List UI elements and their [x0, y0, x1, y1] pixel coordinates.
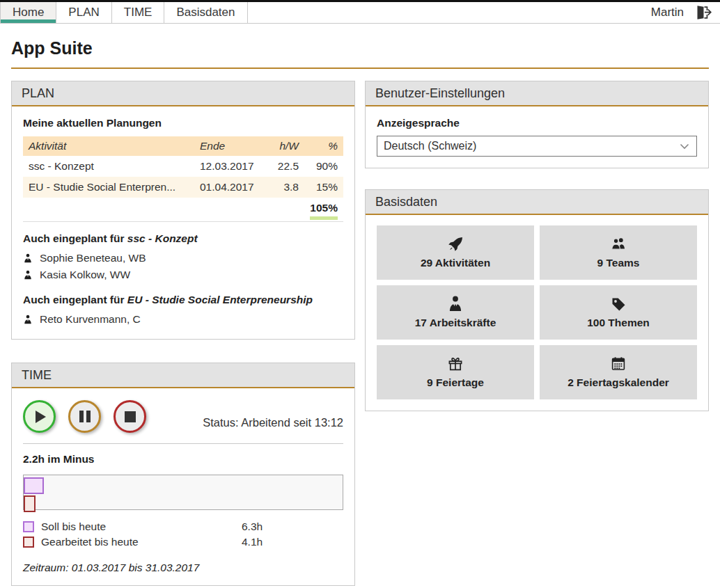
plan-panel: PLAN Meine aktuellen Planungen Aktivität…: [11, 81, 355, 340]
group-title-project: ssc - Konzept: [127, 232, 198, 244]
current-user[interactable]: Martin: [651, 6, 684, 19]
timer-status: Status: Arbeitend seit 13:12: [203, 416, 343, 433]
tile-themen[interactable]: 100 Themen: [540, 285, 697, 340]
tile-arbeitskraefte[interactable]: 17 Arbeitskräfte: [377, 285, 534, 340]
tag-icon: [610, 296, 627, 312]
basisdaten-header: Basisdaten: [366, 190, 708, 215]
tile-feiertagskalender[interactable]: 2 Feiertagskalender: [540, 345, 697, 399]
language-selected-value: Deutsch (Schweiz): [384, 140, 476, 152]
stop-icon: [125, 411, 136, 422]
col-header-hw: h/W: [261, 136, 304, 156]
legend-row-gearbeitet: Gearbeitet bis heute 4.1h: [23, 534, 343, 550]
plan-section-title: Meine aktuellen Planungen: [23, 117, 343, 129]
plan-table: Aktivität Ende h/W % ssc - Konzept 12.03…: [23, 136, 343, 220]
person-name: Reto Kurvenmann, C: [40, 313, 141, 326]
person-name: Sophie Beneteau, WB: [40, 252, 146, 264]
table-row[interactable]: EU - Studie Social Enterpren... 01.04.20…: [23, 177, 343, 198]
nav-tabs: Home PLAN TIME Basisdaten: [0, 2, 248, 23]
gearbeitet-swatch: [23, 537, 34, 548]
language-label: Anzeigesprache: [377, 117, 697, 129]
language-select[interactable]: Deutsch (Schweiz): [377, 136, 697, 157]
time-progress-chart: [23, 475, 343, 510]
tile-label: 17 Arbeitskräfte: [415, 317, 496, 329]
tile-feiertage[interactable]: 9 Feiertage: [377, 345, 534, 399]
title-rule: [11, 67, 709, 69]
time-period: Zeitraum: 01.03.2017 bis 31.03.2017: [23, 562, 343, 574]
play-icon: [36, 411, 46, 423]
pause-button[interactable]: [68, 400, 101, 433]
gift-icon: [447, 356, 464, 372]
cell-percent: 15%: [304, 177, 343, 198]
user-settings-panel: Benutzer-Einstellungen Anzeigesprache De…: [365, 81, 709, 168]
table-row[interactable]: ssc - Konzept 12.03.2017 22.5 90%: [23, 156, 343, 177]
tile-label: 100 Themen: [587, 317, 650, 329]
cell-end-date: 01.04.2017: [194, 177, 261, 198]
group-title-prefix: Auch eingeplant für: [23, 232, 125, 244]
tile-teams[interactable]: 9 Teams: [540, 225, 697, 280]
list-item: Reto Kurvenmann, C: [23, 311, 343, 328]
tab-time[interactable]: TIME: [112, 2, 165, 23]
top-navigation: Home PLAN TIME Basisdaten Martin: [0, 0, 720, 24]
divider: [23, 443, 343, 444]
page-title: App Suite: [11, 38, 709, 58]
cell-activity: EU - Studie Social Enterpren...: [23, 177, 194, 198]
table-divider: [23, 221, 343, 222]
tab-home[interactable]: Home: [0, 2, 56, 23]
coplanned-group-title: Auch eingeplant für EU - Studie Social E…: [23, 294, 343, 306]
tile-label: 2 Feiertagskalender: [568, 376, 669, 389]
time-panel: TIME Status: Arbeitend seit 13:12 2.2h i…: [11, 363, 355, 586]
soll-swatch: [23, 521, 34, 532]
worker-icon: [23, 253, 33, 264]
plan-table-header-row: Aktivität Ende h/W %: [23, 136, 343, 156]
group-title-project: EU - Studie Social Enterpreneurship: [127, 294, 313, 305]
list-item: Sophie Beneteau, WB: [23, 250, 343, 267]
user-settings-header: Benutzer-Einstellungen: [366, 81, 708, 106]
total-percent: 105%: [310, 202, 338, 214]
person-name: Kasia Kolkow, WW: [40, 269, 130, 281]
gearbeitet-bar: [24, 495, 36, 512]
cell-percent: 90%: [304, 156, 343, 177]
play-button[interactable]: [23, 400, 56, 433]
pause-icon: [79, 411, 91, 422]
tab-plan-label: PLAN: [68, 6, 99, 19]
legend-value: 4.1h: [242, 536, 263, 548]
basisdaten-panel: Basisdaten 29 Aktivitäten 9 Teams: [365, 189, 709, 411]
time-panel-header: TIME: [12, 363, 354, 388]
tab-time-label: TIME: [124, 6, 152, 19]
cell-activity: ssc - Konzept: [23, 156, 194, 177]
tab-basisdaten[interactable]: Basisdaten: [164, 2, 247, 23]
total-percent-indicator: [310, 216, 338, 220]
tile-label: 9 Feiertage: [427, 376, 484, 389]
tile-label: 9 Teams: [597, 257, 640, 269]
team-icon: [610, 236, 627, 253]
tab-plan[interactable]: PLAN: [56, 2, 111, 23]
cell-hours-week: 22.5: [261, 156, 304, 177]
tab-home-label: Home: [13, 6, 44, 19]
legend-row-soll: Soll bis heute 6.3h: [23, 519, 343, 534]
rocket-icon: [447, 236, 464, 253]
col-header-pct: %: [304, 136, 343, 156]
legend-label: Gearbeitet bis heute: [41, 536, 242, 548]
chevron-down-icon: [679, 141, 690, 152]
sign-out-icon[interactable]: [695, 3, 713, 22]
calendar-icon: [610, 356, 627, 372]
coplanned-people-list: Reto Kurvenmann, C: [23, 311, 343, 328]
time-balance: 2.2h im Minus: [23, 453, 343, 466]
worker-icon: [23, 315, 33, 325]
cell-hours-week: 3.8: [261, 177, 304, 198]
stop-button[interactable]: [114, 400, 146, 433]
list-item: Kasia Kolkow, WW: [23, 267, 343, 283]
worker-icon: [447, 296, 464, 312]
tile-label: 29 Aktivitäten: [421, 257, 490, 269]
legend-value: 6.3h: [242, 521, 263, 533]
soll-bar: [24, 477, 44, 494]
coplanned-group-title: Auch eingeplant für ssc - Konzept: [23, 232, 343, 245]
cell-end-date: 12.03.2017: [194, 156, 261, 177]
col-header-aktivitaet: Aktivität: [23, 136, 194, 156]
tile-aktivitaeten[interactable]: 29 Aktivitäten: [377, 225, 534, 280]
worker-icon: [23, 270, 33, 280]
tab-basisdaten-label: Basisdaten: [176, 6, 235, 19]
group-title-prefix: Auch eingeplant für: [23, 294, 125, 305]
coplanned-people-list: Sophie Beneteau, WB Kasia Kolkow, WW: [23, 250, 343, 283]
table-total-row: 105%: [23, 198, 343, 220]
